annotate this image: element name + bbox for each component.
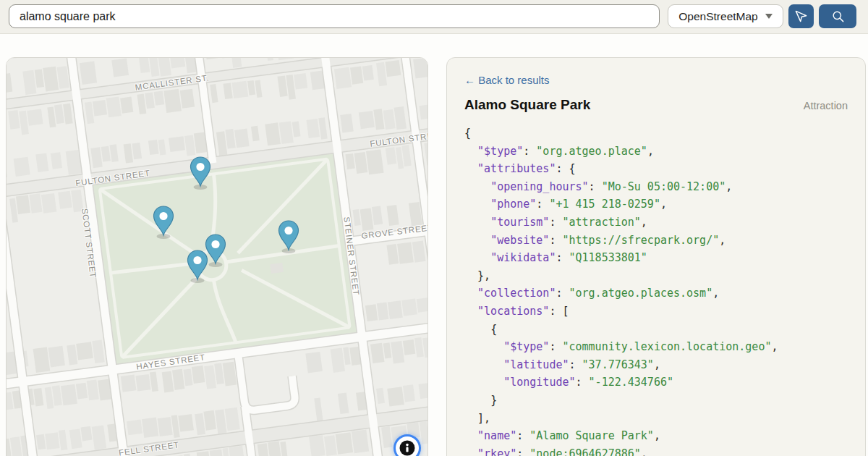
locate-button[interactable] [788, 4, 814, 28]
search-toolbar: OpenStreetMap [0, 0, 868, 34]
map-pin[interactable] [189, 156, 212, 190]
chevron-down-icon [765, 14, 773, 19]
code-line: "longitude": "-122.434766" [464, 373, 848, 392]
code-line: "collection": "org.atgeo.places.osm", [464, 284, 848, 303]
code-line: "attributes": { [464, 160, 848, 178]
map-pin[interactable] [277, 219, 300, 254]
map-pin[interactable] [186, 249, 209, 284]
map-canvas[interactable]: MCALLISTER ST.FULTON STREETFULTON STREET… [6, 57, 428, 456]
map-provider-select[interactable]: OpenStreetMap [668, 4, 783, 28]
code-line: "wikidata": "Q118533801" [464, 249, 848, 267]
code-line: "rkey": "node:6964627886", [464, 445, 848, 456]
place-type-badge: Attraction [804, 100, 848, 111]
code-line: "tourism": "attraction", [464, 214, 848, 232]
info-icon [399, 439, 416, 456]
map-attribution-button[interactable] [396, 436, 419, 456]
back-to-results-link[interactable]: ← Back to results [464, 74, 550, 86]
code-line: "name": "Alamo Square Park", [464, 427, 848, 445]
code-line: { [464, 321, 848, 339]
place-details-panel: ← Back to results Alamo Square Park Attr… [446, 57, 866, 456]
app-window: OpenStreetMap [0, 0, 868, 456]
code-line: "opening_hours": "Mo-Su 05:00-12:00", [464, 178, 848, 196]
code-line: ], [464, 410, 848, 428]
code-block: { "$type": "org.atgeo.place", "attribute… [464, 124, 848, 456]
navigation-arrow-icon [794, 9, 808, 23]
magnifier-icon [831, 9, 845, 23]
map-provider-value: OpenStreetMap [678, 10, 757, 23]
search-input[interactable] [9, 4, 660, 28]
code-line: "$type": "community.lexicon.location.geo… [464, 338, 848, 356]
code-line: { [464, 124, 848, 143]
code-line: "website": "https://sfrecpark.org/", [464, 232, 848, 250]
search-button[interactable] [819, 4, 856, 28]
code-line: } [464, 392, 848, 410]
code-line: "phone": "+1 415 218-0259", [464, 195, 848, 214]
code-line: "$type": "org.atgeo.place", [464, 143, 848, 161]
code-line: }, [464, 267, 848, 285]
code-line: "locations": [ [464, 303, 848, 321]
map-pin[interactable] [152, 205, 175, 240]
code-line: "latitude": "37.776343", [464, 356, 848, 374]
place-title: Alamo Square Park [464, 97, 590, 113]
